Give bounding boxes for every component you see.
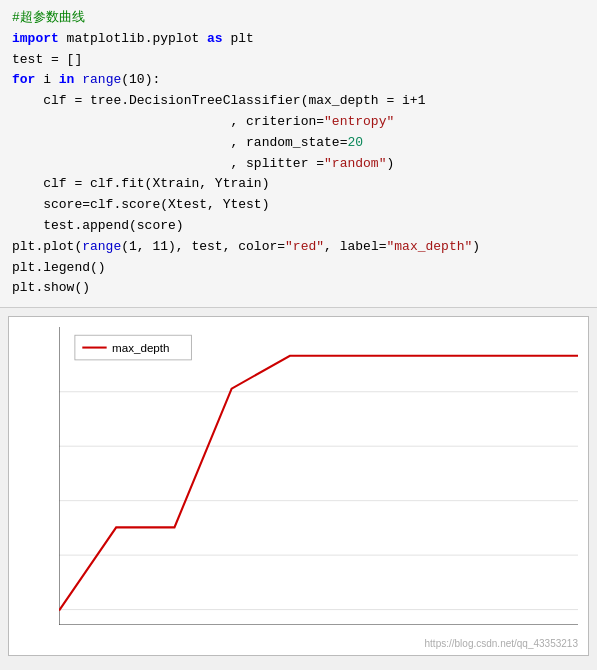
string-random: "random"	[324, 156, 386, 171]
string-maxdepth: "max_depth"	[387, 239, 473, 254]
keyword-import: import	[12, 31, 59, 46]
keyword-in: in	[59, 72, 75, 87]
legend-label: max_depth	[112, 342, 170, 354]
builtin-range2: range	[82, 239, 121, 254]
chart-container: 0.70 0.75 0.80 0.85 0.90 2 4 6 8 10 max_…	[8, 316, 589, 656]
data-line	[59, 356, 578, 611]
watermark: https://blog.csdn.net/qq_43353213	[425, 638, 578, 649]
string-entropy: "entropy"	[324, 114, 394, 129]
comment-line: #超参数曲线	[12, 10, 85, 25]
string-red: "red"	[285, 239, 324, 254]
builtin-range: range	[82, 72, 121, 87]
code-block: #超参数曲线 import matplotlib.pyplot as plt t…	[0, 0, 597, 308]
keyword-as: as	[207, 31, 223, 46]
num-20: 20	[347, 135, 363, 150]
chart-svg: 0.70 0.75 0.80 0.85 0.90 2 4 6 8 10 max_…	[59, 327, 578, 625]
keyword-for: for	[12, 72, 35, 87]
